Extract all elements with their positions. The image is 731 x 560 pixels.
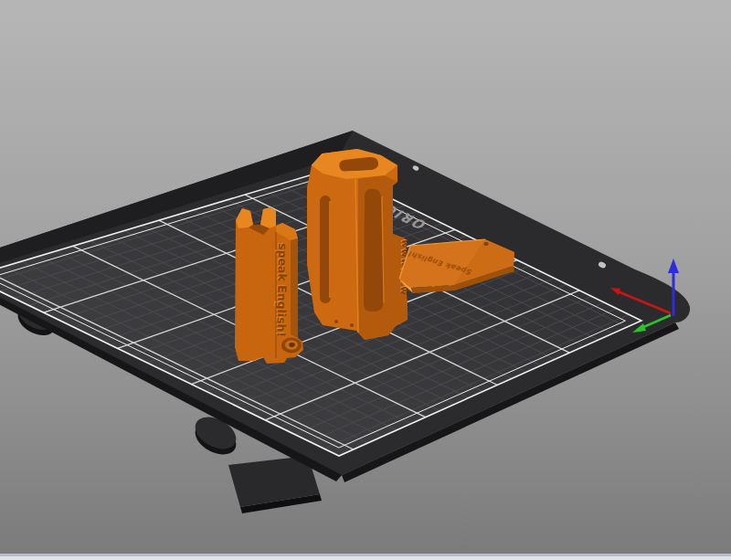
holder-emboss-text: speak English! xyxy=(274,243,290,337)
holder-button-hole xyxy=(289,343,294,347)
column-pin-hole xyxy=(334,320,338,323)
viewport-3d[interactable]: ORIGINAL P speak English! speak English! xyxy=(0,0,731,560)
holder-side-face xyxy=(291,238,298,338)
column-left-slot xyxy=(320,195,331,303)
column-pin-hole xyxy=(350,323,354,327)
column-channel xyxy=(364,189,384,312)
scraper-hang-hole xyxy=(483,242,488,246)
model-column[interactable]: wwwwww wwwwww xyxy=(307,149,410,340)
app-window: ORIGINAL P speak English! speak English! xyxy=(0,0,731,560)
model-holder[interactable]: speak English! speak English! xyxy=(235,207,303,364)
window-edge-strip xyxy=(0,556,731,560)
